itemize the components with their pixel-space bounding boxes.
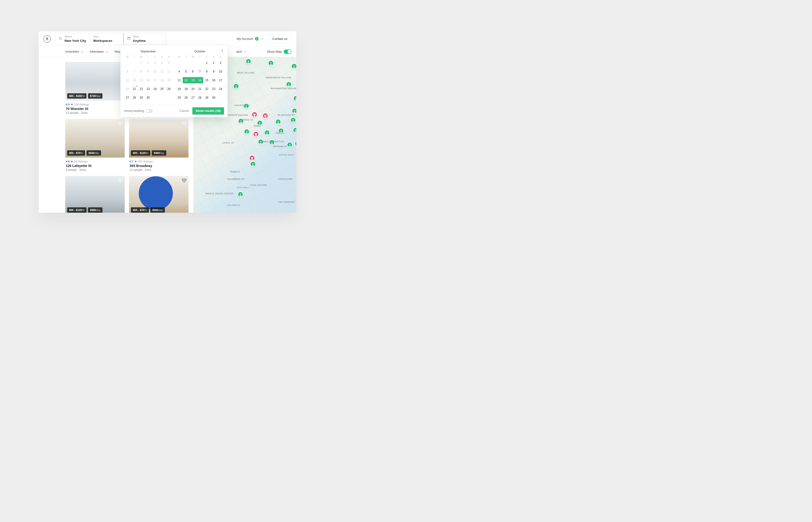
listing-card[interactable]: $95 - $120/hr$980/day4.7★201 Ratings393 …: [129, 119, 188, 172]
calendar-day[interactable]: 26: [183, 95, 190, 101]
map-pin[interactable]: [250, 161, 256, 167]
listing-card[interactable]: $55 - $70/hr$560/day4.8★98 Ratings126 La…: [65, 119, 125, 172]
next-month-button[interactable]: [221, 49, 224, 53]
map-label: Fulton St: [227, 204, 240, 206]
calendar-day[interactable]: 21: [131, 86, 138, 92]
map-pin[interactable]: [291, 63, 296, 69]
listing-subtitle: 12 people · Soho: [129, 168, 188, 172]
toggle-switch-off[interactable]: [146, 109, 153, 113]
calendar-day: 18: [159, 77, 165, 83]
calendar-day[interactable]: 11: [176, 77, 183, 83]
calendar-day[interactable]: 7: [197, 68, 203, 75]
map-label: Greenwich Village: [266, 76, 291, 79]
calendar-day[interactable]: 29: [138, 95, 145, 101]
search-when-field[interactable]: When Anytime: [123, 33, 166, 45]
favorite-heart-icon[interactable]: [182, 178, 187, 184]
map-label: Broome St: [273, 145, 287, 148]
calendar-day[interactable]: 17: [217, 77, 224, 83]
map-pin[interactable]: [292, 127, 296, 134]
calendar-day[interactable]: 28: [197, 95, 203, 101]
map-pin[interactable]: [237, 191, 244, 197]
calendar-day[interactable]: 28: [131, 95, 138, 101]
calendar-day[interactable]: 5: [183, 68, 190, 75]
listing-photo[interactable]: $55 - $70/hr$560/day: [65, 119, 125, 158]
cancel-button[interactable]: Cancel: [180, 109, 189, 113]
calendar-day[interactable]: 16: [210, 77, 217, 83]
listing-photo[interactable]: $95 - $120/hr$980/day: [129, 119, 188, 158]
account-menu[interactable]: My Account 1: [237, 37, 264, 41]
calendar-day[interactable]: 24: [151, 86, 159, 92]
calendar-day[interactable]: 30: [145, 95, 152, 101]
calendar-day[interactable]: 30: [210, 95, 217, 101]
calendar-day[interactable]: 21: [197, 86, 203, 92]
calendar-day[interactable]: 23: [145, 86, 152, 92]
calendar-day[interactable]: 3: [217, 60, 224, 66]
contact-us-button[interactable]: Contact us: [268, 34, 291, 43]
calendar-day[interactable]: 10: [217, 68, 224, 75]
calendar-day[interactable]: 29: [203, 95, 210, 101]
toggle-switch-on[interactable]: [284, 49, 291, 54]
map-pin[interactable]: [286, 81, 292, 87]
calendar-day[interactable]: 15: [203, 77, 210, 83]
map-label: Two Bridges: [278, 201, 295, 203]
calendar-day[interactable]: 4: [176, 68, 183, 75]
map-pin[interactable]: [245, 58, 251, 64]
calendar-day[interactable]: 2: [210, 60, 217, 66]
map-pin-favorite[interactable]: [253, 131, 259, 137]
map-pin[interactable]: [264, 129, 270, 136]
filter-match-partial[interactable]: atch: [236, 50, 247, 54]
map-pin[interactable]: [291, 108, 296, 114]
map-pin[interactable]: [233, 83, 239, 89]
calendar-day: 1: [138, 60, 145, 66]
calendar-day[interactable]: 26: [165, 86, 172, 92]
calendar-day[interactable]: 22: [203, 86, 210, 92]
filter-attendees[interactable]: Attendees: [90, 50, 109, 54]
listing-photo[interactable]: $55 - $70/hr$560/day: [129, 176, 188, 213]
calendar-day[interactable]: 9: [210, 68, 217, 75]
map-pin[interactable]: [244, 128, 250, 135]
map-pin-favorite[interactable]: [262, 113, 268, 119]
show-results-button[interactable]: Show results (18): [192, 107, 224, 115]
weekday-label: M: [124, 56, 131, 58]
calendar-day[interactable]: 25: [159, 86, 165, 92]
calendar-day[interactable]: 1: [203, 60, 210, 66]
calendar-day-selected[interactable]: 14: [197, 77, 203, 83]
weekday-label: F: [151, 56, 159, 58]
calendar-day: 9: [145, 68, 152, 75]
listing-card[interactable]: $55 - $70/hr$560/day4.7★98 Ratings: [129, 176, 188, 213]
calendar-day[interactable]: 23: [210, 86, 217, 92]
listing-photo[interactable]: $95 - $120/hr$980/day: [65, 176, 125, 213]
map-pin-favorite[interactable]: [251, 112, 258, 118]
calendar-day[interactable]: 8: [203, 68, 210, 75]
favorite-heart-icon[interactable]: [118, 178, 123, 184]
map-pin[interactable]: [290, 117, 296, 123]
listing-card[interactable]: $95 - $120/hr$980/day4.7★201 Ratings: [65, 176, 125, 213]
calendar-day[interactable]: 6: [189, 68, 197, 75]
calendar-day[interactable]: 20: [189, 86, 197, 92]
show-map-toggle[interactable]: Show Map: [267, 49, 291, 54]
search-where-field[interactable]: Where New York City: [55, 33, 90, 45]
calendar-day[interactable]: 22: [138, 86, 145, 92]
search-type-field[interactable]: Type Workspaces: [90, 33, 124, 45]
filter-amenities[interactable]: Amenities: [65, 50, 84, 54]
calendar-day[interactable]: 24: [217, 86, 224, 92]
map-pin-favorite[interactable]: [249, 155, 255, 161]
hourly-booking-toggle[interactable]: Hourly booking: [124, 109, 153, 113]
price-hourly: $85 - $100/hr: [67, 93, 86, 99]
brand-logo[interactable]: [43, 35, 51, 42]
map-pin[interactable]: [287, 142, 293, 148]
map-pin[interactable]: [275, 119, 281, 125]
map-pin[interactable]: [268, 60, 274, 66]
weekday-label: T: [131, 56, 138, 58]
calendar-day-selected[interactable]: 12: [183, 77, 190, 83]
calendar-day[interactable]: 19: [183, 86, 190, 92]
favorite-heart-icon[interactable]: [118, 121, 123, 127]
calendar-day-selected[interactable]: 13: [189, 77, 197, 83]
map-pin[interactable]: [293, 95, 296, 101]
favorite-heart-icon[interactable]: [182, 121, 187, 127]
calendar-day[interactable]: 25: [176, 95, 183, 101]
calendar-day[interactable]: 27: [189, 95, 197, 101]
calendar-day[interactable]: 27: [124, 95, 131, 101]
map-pin[interactable]: [295, 140, 296, 147]
calendar-day[interactable]: 18: [176, 86, 183, 92]
